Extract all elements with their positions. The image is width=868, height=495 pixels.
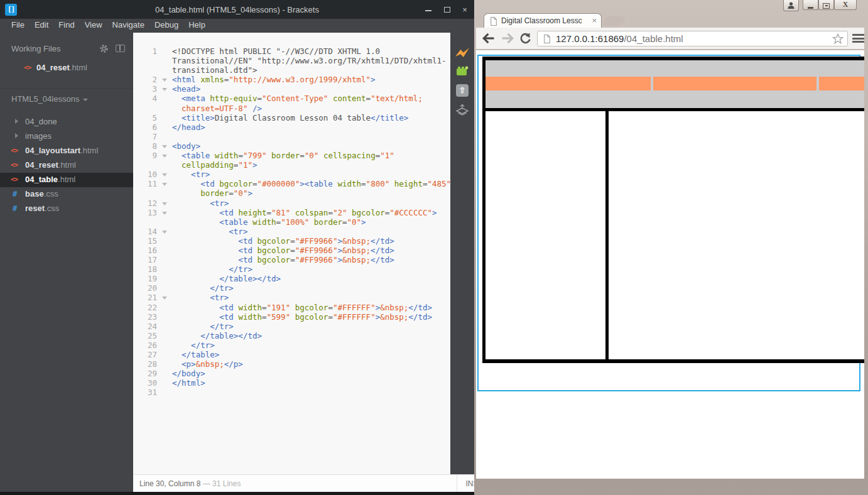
menu-item-navigate[interactable]: Navigate <box>107 19 149 33</box>
code-line[interactable]: 10 <tr> <box>133 170 450 179</box>
disclosure-arrow-icon[interactable] <box>15 133 18 138</box>
tree-item-04_done[interactable]: 04_done <box>0 115 133 129</box>
menu-item-view[interactable]: View <box>80 19 107 33</box>
code-line[interactable]: 15 <td bgcolor="#FF9966">&nbsp;</td> <box>133 236 450 246</box>
disclosure-arrow-icon[interactable] <box>15 119 18 124</box>
fold-gutter[interactable] <box>157 151 172 160</box>
code-line[interactable]: 28 <p>&nbsp;</p> <box>133 359 450 369</box>
layers-publish-icon[interactable] <box>450 103 474 119</box>
code-line[interactable]: 12 <tr> <box>133 199 450 208</box>
minimize-button[interactable] <box>422 5 435 14</box>
fold-arrow-icon[interactable] <box>162 173 167 177</box>
fold-gutter[interactable] <box>157 227 172 236</box>
address-bar[interactable]: 127.0.0.1:61869/04_table.html <box>537 31 848 46</box>
url-text[interactable]: 127.0.0.1:61869/04_table.html <box>556 33 683 44</box>
code-line[interactable]: 17 <td bgcolor="#FF9966">&nbsp;</td> <box>133 255 450 264</box>
menu-item-edit[interactable]: Edit <box>30 19 53 33</box>
code-line[interactable]: 22 <td width="191" bgcolor="#FFFFFF">&nb… <box>133 303 450 312</box>
working-file-04_reset[interactable]: <>04_reset.html <box>0 62 133 75</box>
code-line[interactable]: charset=UTF-8" /> <box>133 104 450 113</box>
menu-item-file[interactable]: File <box>6 19 30 33</box>
fold-arrow-icon[interactable] <box>162 296 167 300</box>
code-line[interactable]: 14 <tr> <box>133 227 450 236</box>
new-tab-button[interactable] <box>602 16 626 26</box>
code-line[interactable]: 31 <box>133 388 450 397</box>
brackets-titlebar[interactable]: [] 04_table.html (HTML5_04lessons) - Bra… <box>0 0 474 19</box>
menu-item-find[interactable]: Find <box>53 19 79 33</box>
code-line[interactable]: 24 </tr> <box>133 322 450 331</box>
menu-hamburger-icon[interactable] <box>852 34 864 45</box>
tree-item-04_table[interactable]: <>04_table.html <box>0 173 133 187</box>
profile-button[interactable] <box>783 0 799 11</box>
browser-viewport[interactable] <box>476 50 864 479</box>
fold-arrow-icon[interactable] <box>162 202 167 205</box>
extension-manager-icon[interactable] <box>450 66 474 79</box>
close-button[interactable]: X <box>834 0 857 10</box>
minimize-button[interactable] <box>803 0 818 10</box>
tree-item-base[interactable]: #base.css <box>0 187 133 202</box>
back-button[interactable] <box>481 31 496 48</box>
fold-gutter[interactable] <box>157 199 172 208</box>
code-line[interactable]: Transitional//EN" "http://www.w3.org/TR/… <box>133 56 450 65</box>
code-line[interactable]: <table width="100%" border="0"> <box>133 217 450 227</box>
fold-gutter[interactable] <box>157 84 172 94</box>
code-line[interactable]: 21 <tr> <box>133 293 450 302</box>
code-line[interactable]: 13 <td height="81" colspan="2" bgcolor="… <box>133 208 450 217</box>
code-line[interactable]: 6</head> <box>133 122 450 132</box>
fold-arrow-icon[interactable] <box>162 145 167 148</box>
code-line[interactable]: 3<head> <box>133 84 450 94</box>
fold-arrow-icon[interactable] <box>162 183 167 186</box>
close-button[interactable]: × <box>458 5 471 14</box>
forward-button[interactable] <box>500 31 515 48</box>
code-line[interactable]: 20 </tr> <box>133 283 450 293</box>
code-line[interactable]: 11 <td bgcolor="#000000"><table width="8… <box>133 179 450 188</box>
restore-button[interactable] <box>818 0 834 10</box>
code-line[interactable]: 18 </tr> <box>133 264 450 274</box>
gear-icon[interactable] <box>99 44 109 56</box>
code-line[interactable]: 9 <table width="799" border="0" cellspac… <box>133 151 450 160</box>
code-line[interactable]: border="0"> <box>133 188 450 198</box>
fold-gutter[interactable] <box>157 75 172 84</box>
code-line[interactable]: cellpadding="1"> <box>133 160 450 170</box>
code-line[interactable]: 7 <box>133 132 450 141</box>
fold-gutter[interactable] <box>157 293 172 302</box>
fold-arrow-icon[interactable] <box>162 212 167 215</box>
code-line[interactable]: 19 </table></td> <box>133 274 450 283</box>
code-line[interactable]: 1<!DOCTYPE html PUBLIC "-//W3C//DTD XHTM… <box>133 46 450 56</box>
maximize-button[interactable] <box>441 5 453 14</box>
code-line[interactable]: 27 </table> <box>133 350 450 359</box>
fold-arrow-icon[interactable] <box>162 88 167 91</box>
menu-item-help[interactable]: Help <box>183 19 210 33</box>
reload-button[interactable] <box>518 31 532 48</box>
code-line[interactable]: 8<body> <box>133 141 450 151</box>
code-line[interactable]: transitional.dtd"> <box>133 65 450 75</box>
tab-close-icon[interactable]: × <box>592 16 597 25</box>
split-view-icon[interactable] <box>116 45 125 52</box>
fold-gutter[interactable] <box>157 179 172 188</box>
code-line[interactable]: 26 </tr> <box>133 340 450 350</box>
fold-gutter[interactable] <box>157 208 172 217</box>
code-editor[interactable]: 1<!DOCTYPE html PUBLIC "-//W3C//DTD XHTM… <box>133 33 450 474</box>
code-line[interactable]: 16 <td bgcolor="#FF9966">&nbsp;</td> <box>133 246 450 255</box>
menu-item-debug[interactable]: Debug <box>149 19 183 33</box>
fold-gutter[interactable] <box>157 170 172 179</box>
code-line[interactable]: 29</body> <box>133 369 450 378</box>
fold-arrow-icon[interactable] <box>162 155 167 158</box>
upload-icon[interactable]: ⇧ <box>450 84 474 97</box>
code-line[interactable]: 25 </table></td> <box>133 331 450 340</box>
tree-item-04_layoutstart[interactable]: <>04_layoutstart.html <box>0 144 133 158</box>
live-preview-icon[interactable] <box>450 48 474 61</box>
bookmark-star-icon[interactable] <box>832 33 844 47</box>
code-line[interactable]: 30</html> <box>133 378 450 388</box>
tree-item-reset[interactable]: #reset.css <box>0 202 133 216</box>
tree-item-images[interactable]: images <box>0 129 133 144</box>
fold-arrow-icon[interactable] <box>162 231 167 234</box>
browser-tab[interactable]: Digital Classroom Lesson 0 × <box>484 13 602 28</box>
tree-item-04_reset[interactable]: <>04_reset.html <box>0 158 133 173</box>
code-line[interactable]: 2<html xmlns="http://www.w3.org/1999/xht… <box>133 75 450 84</box>
fold-gutter[interactable] <box>157 141 172 151</box>
code-line[interactable]: 23 <td width="599" bgcolor="#FFFFFF">&nb… <box>133 312 450 322</box>
fold-arrow-icon[interactable] <box>162 79 167 82</box>
project-dropdown[interactable]: HTML5_04lessons <box>11 94 88 104</box>
code-line[interactable]: 4 <meta http-equiv="Content-Type" conten… <box>133 94 450 103</box>
